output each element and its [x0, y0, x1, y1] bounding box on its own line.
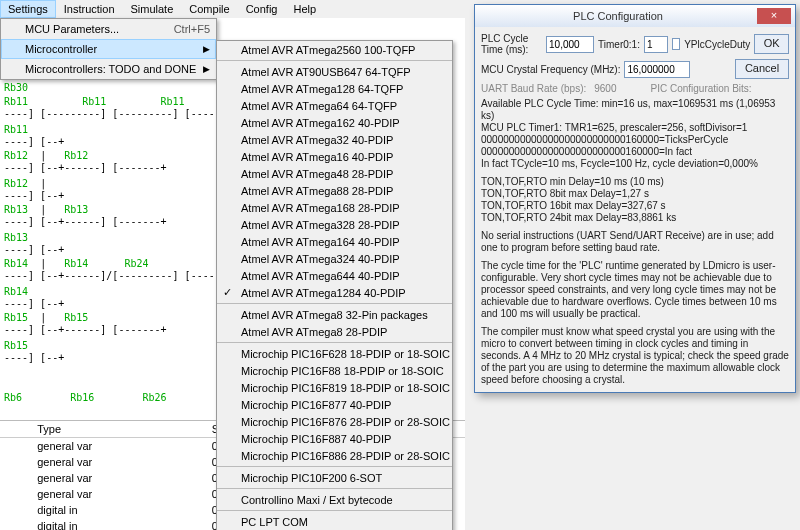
- mcu-option[interactable]: Atmel AVR ATmega48 28-PDIP: [217, 165, 452, 182]
- mcu-option[interactable]: Microchip PIC10F200 6-SOT: [217, 469, 452, 486]
- info-block-2: TON,TOF,RTO min Delay=10 ms (10 ms)TON,T…: [481, 176, 789, 224]
- mcu-option[interactable]: Atmel AVR ATmega1284 40-PDIP: [217, 284, 452, 301]
- mcu-option[interactable]: Atmel AVR ATmega2560 100-TQFP: [217, 41, 452, 58]
- microcontroller-submenu: Atmel AVR ATmega2560 100-TQFPAtmel AVR A…: [216, 40, 453, 530]
- menu-config[interactable]: Config: [238, 0, 286, 18]
- label-duty: YPlcCycleDuty: [684, 39, 750, 50]
- rail-label: Rb30: [4, 82, 28, 93]
- crystal-input[interactable]: [624, 61, 690, 78]
- close-icon[interactable]: ×: [757, 8, 791, 24]
- mcu-option[interactable]: Atmel AVR ATmega16 40-PDIP: [217, 148, 452, 165]
- menu-simulate[interactable]: Simulate: [123, 0, 182, 18]
- mcu-option[interactable]: Atmel AVR ATmega164 40-PDIP: [217, 233, 452, 250]
- info-para-2: The cycle time for the 'PLC' runtime gen…: [481, 260, 789, 320]
- menubar: Settings Instruction Simulate Compile Co…: [0, 0, 465, 18]
- mcu-option[interactable]: Atmel AVR ATmega8 28-PDIP: [217, 323, 452, 340]
- menu-settings[interactable]: Settings: [0, 0, 56, 18]
- info-para-3: The compiler must know what speed crysta…: [481, 326, 789, 386]
- menu-mcu-parameters[interactable]: MCU Parameters...Ctrl+F5: [1, 19, 216, 39]
- plc-configuration-dialog: PLC Configuration × PLC Cycle Time (ms):…: [474, 4, 796, 393]
- menu-microcontroller[interactable]: Microcontroller▶: [1, 39, 216, 59]
- settings-dropdown: MCU Parameters...Ctrl+F5 Microcontroller…: [0, 18, 217, 80]
- timer01-input[interactable]: [644, 36, 668, 53]
- mcu-option[interactable]: Atmel AVR ATmega128 64-TQFP: [217, 80, 452, 97]
- mcu-option[interactable]: Controllino Maxi / Ext bytecode: [217, 491, 452, 508]
- mcu-option[interactable]: Atmel AVR ATmega32 40-PDIP: [217, 131, 452, 148]
- mcu-option[interactable]: Atmel AVR ATmega168 28-PDIP: [217, 199, 452, 216]
- menu-mcu-todo-done[interactable]: Microcontrollers: TODO and DONE▶: [1, 59, 216, 79]
- ok-button[interactable]: OK: [754, 34, 789, 54]
- mcu-option[interactable]: Microchip PIC16F886 28-PDIP or 28-SOIC: [217, 447, 452, 464]
- duty-checkbox[interactable]: [672, 38, 680, 50]
- mcu-option[interactable]: Microchip PIC16F877 40-PDIP: [217, 396, 452, 413]
- info-para-1: No serial instructions (UART Send/UART R…: [481, 230, 789, 254]
- chevron-right-icon: ▶: [203, 64, 210, 74]
- cancel-button[interactable]: Cancel: [735, 59, 789, 79]
- mcu-option[interactable]: Microchip PIC16F887 40-PDIP: [217, 430, 452, 447]
- dialog-title: PLC Configuration: [479, 10, 757, 22]
- menu-instruction[interactable]: Instruction: [56, 0, 123, 18]
- chevron-right-icon: ▶: [203, 44, 210, 54]
- mcu-option[interactable]: Microchip PIC16F88 18-PDIP or 18-SOIC: [217, 362, 452, 379]
- mcu-option[interactable]: Atmel AVR ATmega324 40-PDIP: [217, 250, 452, 267]
- mcu-option[interactable]: Atmel AVR ATmega8 32-Pin packages: [217, 306, 452, 323]
- mcu-option[interactable]: Atmel AVR ATmega644 40-PDIP: [217, 267, 452, 284]
- mcu-option[interactable]: Microchip PIC16F819 18-PDIP or 18-SOIC: [217, 379, 452, 396]
- menu-compile[interactable]: Compile: [181, 0, 237, 18]
- label-baud: UART Baud Rate (bps):: [481, 83, 586, 94]
- mcu-option[interactable]: Atmel AVR ATmega64 64-TQFP: [217, 97, 452, 114]
- mcu-option[interactable]: Microchip PIC16F876 28-PDIP or 28-SOIC: [217, 413, 452, 430]
- label-timer01: Timer0:1:: [598, 39, 640, 50]
- baud-value: 9600: [594, 83, 616, 94]
- label-cycle: PLC Cycle Time (ms):: [481, 33, 542, 55]
- mcu-option[interactable]: PC LPT COM: [217, 513, 452, 530]
- mcu-option[interactable]: Atmel AVR AT90USB647 64-TQFP: [217, 63, 452, 80]
- info-block-1: Available PLC Cycle Time: min=16 us, max…: [481, 98, 789, 170]
- label-picbits: PIC Configuration Bits:: [650, 83, 751, 94]
- mcu-option[interactable]: Atmel AVR ATmega88 28-PDIP: [217, 182, 452, 199]
- menu-help[interactable]: Help: [285, 0, 324, 18]
- col-type[interactable]: Type: [31, 421, 206, 438]
- cycle-time-input[interactable]: [546, 36, 594, 53]
- mcu-option[interactable]: Atmel AVR ATmega328 28-PDIP: [217, 216, 452, 233]
- mcu-option[interactable]: Microchip PIC16F628 18-PDIP or 18-SOIC: [217, 345, 452, 362]
- label-crystal: MCU Crystal Frequency (MHz):: [481, 64, 620, 75]
- mcu-option[interactable]: Atmel AVR ATmega162 40-PDIP: [217, 114, 452, 131]
